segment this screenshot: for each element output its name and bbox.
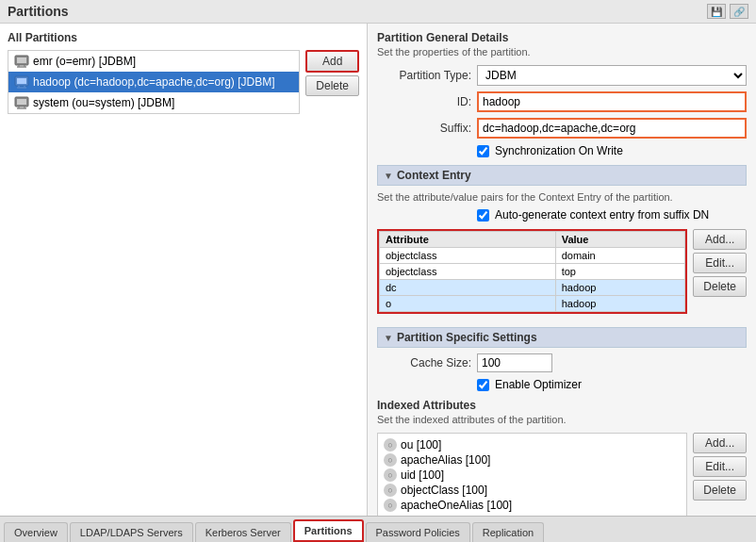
table-row[interactable]: objectclassdomain [380, 248, 685, 264]
partition-list: emr (o=emr) [JDBM]hadoop (dc=hadoop,dc=a… [8, 50, 300, 114]
indexed-item-icon: ○ [384, 468, 397, 482]
partition-type-select[interactable]: JDBM [477, 65, 747, 86]
cache-size-label: Cache Size: [377, 356, 471, 370]
general-details-desc: Set the properties of the partition. [377, 46, 747, 57]
indexed-area: ○ou [100]○apacheAlias [100]○uid [100]○ob… [377, 433, 747, 516]
enable-optimizer-label: Enable Optimizer [495, 378, 582, 391]
indexed-item-icon: ○ [384, 453, 397, 467]
indexed-item-icon: ○ [384, 499, 397, 512]
context-entry-title: Context Entry [397, 169, 471, 182]
id-label: ID: [377, 95, 471, 108]
cache-size-input[interactable] [477, 353, 552, 372]
left-panel-title: All Partitions [8, 31, 359, 44]
svg-rect-11 [17, 99, 26, 105]
partition-icon-hadoop [14, 74, 29, 90]
indexed-list-area: ○ou [100]○apacheAlias [100]○uid [100]○ob… [377, 433, 687, 516]
partition-type-field: JDBM [477, 65, 747, 86]
sync-on-write-row: Synchronization On Write [477, 144, 747, 157]
context-entry-section: ▼ Context Entry [377, 165, 747, 186]
indexed-item-label: apacheOneAlias [100] [401, 499, 512, 512]
tab-overview[interactable]: Overview [4, 522, 68, 542]
indexed-item-label: uid [100] [401, 468, 444, 482]
indexed-list: ○ou [100]○apacheAlias [100]○uid [100]○ob… [377, 433, 687, 516]
tab-password[interactable]: Password Policies [366, 522, 470, 542]
table-row[interactable]: dchadoop [380, 280, 685, 296]
col-value: Value [555, 232, 685, 248]
indexed-add-button[interactable]: Add... [693, 433, 747, 453]
indexed-item[interactable]: ○ou [100] [384, 437, 681, 452]
partition-type-label: Partition Type: [377, 69, 471, 82]
tab-replication[interactable]: Replication [472, 522, 544, 542]
indexed-buttons: Add... Edit... Delete [693, 433, 747, 516]
context-table-wrapper: Attribute Value objectclassdomainobjectc… [377, 229, 687, 314]
indexed-item[interactable]: ○objectClass [100] [384, 483, 681, 498]
delete-partition-button[interactable]: Delete [305, 75, 359, 96]
top-bar: Partitions 💾 🔗 [0, 0, 756, 24]
sync-on-write-checkbox[interactable] [477, 145, 489, 157]
context-entry-desc: Set the attribute/value pairs for the Co… [377, 191, 747, 203]
partition-label-system: system (ou=system) [JDBM] [33, 96, 174, 109]
right-panel: Partition General Details Set the proper… [368, 24, 756, 516]
enable-optimizer-row: Enable Optimizer [477, 378, 747, 391]
partition-type-row: Partition Type: JDBM [377, 65, 747, 86]
context-delete-button[interactable]: Delete [693, 276, 747, 297]
tab-ldap[interactable]: LDAP/LDAPS Servers [70, 522, 193, 542]
partition-specific-title: Partition Specific Settings [397, 331, 537, 344]
indexed-item-icon: ○ [384, 438, 397, 452]
context-add-button[interactable]: Add... [693, 229, 747, 250]
partition-item-emr[interactable]: emr (o=emr) [JDBM] [8, 51, 299, 72]
indexed-item-label: objectClass [100] [401, 484, 487, 497]
id-field [477, 91, 747, 112]
id-row: ID: [377, 91, 747, 112]
indexed-delete-button[interactable]: Delete [693, 480, 747, 501]
table-row[interactable]: ohadoop [380, 296, 685, 312]
auto-generate-checkbox[interactable] [477, 209, 489, 222]
auto-generate-row: Auto-generate context entry from suffix … [477, 208, 747, 222]
suffix-input[interactable] [477, 118, 747, 139]
indexed-desc: Set the indexed attributes of the partit… [377, 414, 747, 425]
bottom-tabs: OverviewLDAP/LDAPS ServersKerberos Serve… [0, 516, 756, 542]
col-attribute: Attribute [380, 232, 556, 248]
indexed-item[interactable]: ○apacheOneAlias [100] [384, 498, 681, 513]
partition-list-wrapper: emr (o=emr) [JDBM]hadoop (dc=hadoop,dc=a… [8, 50, 300, 114]
partition-icon-emr [14, 54, 29, 69]
context-triangle-icon: ▼ [384, 171, 393, 181]
partition-specific-triangle-icon: ▼ [384, 333, 393, 343]
tab-kerberos[interactable]: Kerberos Server [195, 522, 291, 542]
tab-partitions[interactable]: Partitions [293, 519, 364, 542]
left-panel: All Partitions emr (o=emr) [JDBM]hadoop … [0, 24, 368, 516]
export-icon[interactable]: 💾 [707, 4, 726, 19]
partition-label-emr: emr (o=emr) [JDBM] [33, 55, 136, 68]
main-container: Partitions 💾 🔗 All Partitions emr (o=emr… [0, 0, 756, 542]
sync-on-write-label: Synchronization On Write [495, 144, 623, 157]
context-table-buttons: Add... Edit... Delete [693, 229, 747, 320]
indexed-edit-button[interactable]: Edit... [693, 456, 747, 477]
content-area: All Partitions emr (o=emr) [JDBM]hadoop … [0, 24, 756, 516]
left-panel-inner: emr (o=emr) [JDBM]hadoop (dc=hadoop,dc=a… [8, 50, 359, 114]
enable-optimizer-checkbox[interactable] [477, 379, 489, 391]
share-icon[interactable]: 🔗 [730, 4, 748, 19]
indexed-item[interactable]: ○apacheAlias [100] [384, 452, 681, 468]
partition-item-hadoop[interactable]: hadoop (dc=hadoop,dc=apache,dc=org) [JDB… [8, 72, 299, 92]
suffix-field [477, 118, 747, 139]
auto-generate-label: Auto-generate context entry from suffix … [495, 208, 709, 222]
indexed-item-label: ou [100] [401, 438, 441, 452]
partition-specific-section: ▼ Partition Specific Settings [377, 327, 747, 348]
context-table-left: Attribute Value objectclassdomainobjectc… [377, 229, 687, 320]
left-buttons: Add Delete [305, 50, 359, 114]
cache-size-row: Cache Size: [377, 353, 747, 372]
context-table-area: Attribute Value objectclassdomainobjectc… [377, 229, 747, 320]
add-partition-button[interactable]: Add [305, 50, 359, 73]
indexed-item-icon: ○ [384, 484, 397, 497]
indexed-title: Indexed Attributes [377, 399, 747, 412]
context-edit-button[interactable]: Edit... [693, 253, 747, 273]
partition-label-hadoop: hadoop (dc=hadoop,dc=apache,dc=org) [JDB… [33, 75, 275, 89]
indexed-item[interactable]: ○uid [100] [384, 468, 681, 483]
suffix-row: Suffix: [377, 118, 747, 139]
partition-icon-system [14, 95, 29, 110]
context-table: Attribute Value objectclassdomainobjectc… [379, 231, 685, 312]
top-bar-icons: 💾 🔗 [707, 4, 748, 19]
id-input[interactable] [477, 91, 747, 112]
table-row[interactable]: objectclasstop [380, 264, 685, 280]
partition-item-system[interactable]: system (ou=system) [JDBM] [8, 92, 299, 113]
